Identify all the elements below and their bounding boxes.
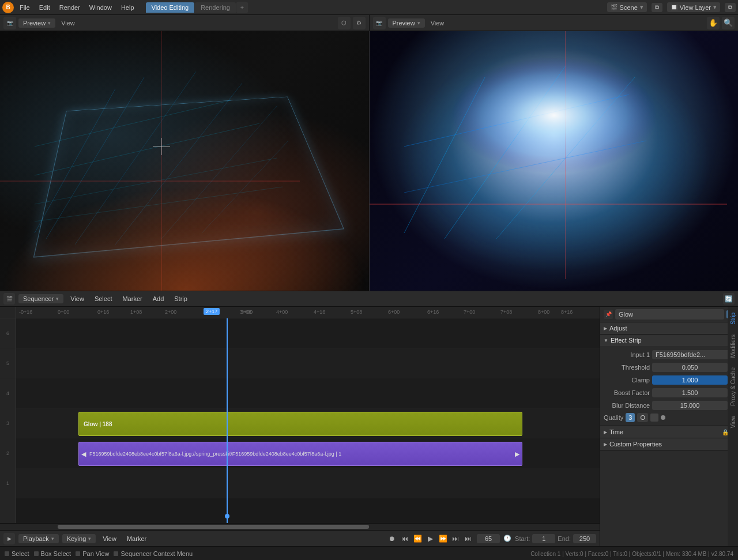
orange-glow — [0, 187, 369, 291]
sequencer-type-selector[interactable]: Sequencer ▾ — [18, 294, 63, 303]
seq-menu-marker[interactable]: Marker — [119, 294, 145, 303]
quality-keyframe-dot[interactable] — [661, 415, 665, 420]
frame-back-btn[interactable]: ⏪ — [412, 533, 423, 544]
adjust-header[interactable]: ▶ Adjust — [600, 322, 738, 334]
time-label: Time — [609, 429, 623, 435]
play-btn[interactable]: ▶ — [425, 533, 435, 544]
jump-start-btn[interactable]: ⏺ — [387, 533, 397, 544]
effect-strip-content: Input 1 F516959bdfde2... Threshold 0.050… — [600, 346, 738, 426]
menu-window[interactable]: Window — [86, 3, 115, 12]
jump-end-btn[interactable]: ⏭ — [463, 533, 473, 544]
preview-left-settings-btn[interactable]: ⚙ — [353, 17, 366, 29]
seq-menu-view[interactable]: View — [67, 294, 88, 303]
ch-3: 3 — [0, 408, 16, 438]
seq-menu-strip[interactable]: Strip — [171, 294, 191, 303]
time-header[interactable]: ▶ Time 🔒 ≡ — [600, 426, 738, 438]
view-layer-copy-btn[interactable]: ⧉ — [652, 3, 662, 12]
preview-left-mode-btn[interactable]: 📷 — [3, 17, 16, 29]
scrollbar-thumb[interactable] — [58, 525, 369, 529]
preview-right-type-selector[interactable]: Preview ▾ — [388, 18, 425, 28]
preview-right-tools: ✋ 🔍 — [707, 17, 735, 29]
timeline-scrollbar[interactable] — [0, 523, 600, 530]
preview-right-mode-btn[interactable]: 📷 — [373, 17, 386, 29]
end-label: End: — [558, 535, 571, 542]
quality-checkbox[interactable] — [650, 414, 658, 422]
track-row-5 — [16, 348, 600, 378]
preview-left-view-btn[interactable]: View — [58, 18, 78, 28]
ruler-tick-200: 2+00 — [165, 309, 176, 315]
prop-clamp: Clamp 1.000 — [600, 374, 738, 386]
blur-distance-value[interactable]: 15.000 — [652, 401, 728, 410]
timeline-ruler: -0+16 0+00 0+16 1+08 2+00 2+17 3+00 3+08… — [0, 307, 600, 318]
playback-mode-btn[interactable]: ▶ — [3, 533, 15, 544]
pan-view-label: Pan View — [82, 550, 109, 557]
clamp-value[interactable]: 1.000 — [652, 375, 728, 385]
add-workspace-button[interactable]: + — [236, 2, 248, 13]
workspace-content: 📷 Preview ▾ View ⬡ ⚙ 📷 Preview ▾ View — [0, 15, 738, 560]
quality-val2[interactable]: O — [637, 413, 648, 422]
seq-menu-add[interactable]: Add — [149, 294, 168, 303]
preview-right-hand-btn[interactable]: ✋ — [707, 17, 720, 29]
seq-menu-select[interactable]: Select — [91, 294, 116, 303]
strip-image[interactable]: ◀ F516959bdfde2408eb8ee4c0bf57f8a6a-l.jp… — [78, 442, 522, 466]
step-fwd-btn[interactable]: ⏭ — [450, 533, 461, 544]
strip-glow[interactable]: Glow | 188 — [78, 412, 522, 436]
preview-right-zoom-btn2[interactable]: 🔍 — [722, 17, 735, 29]
seq-sync-btn[interactable]: 🔄 — [723, 293, 735, 305]
effect-strip-triangle: ▼ — [604, 338, 608, 343]
ch-1: 1 — [0, 468, 16, 498]
end-frame[interactable]: 250 — [573, 534, 596, 543]
start-frame[interactable]: 1 — [532, 534, 555, 543]
ch-4: 4 — [0, 378, 16, 408]
boost-factor-value[interactable]: 1.500 — [652, 388, 728, 397]
side-tab-proxy[interactable]: Proxy & Cache — [729, 363, 737, 411]
svg-point-21 — [424, 57, 683, 202]
section-time: ▶ Time 🔒 ≡ — [600, 426, 738, 438]
props-pin-icon[interactable]: 📌 — [604, 310, 613, 319]
menu-file[interactable]: File — [16, 3, 33, 12]
sync-icon[interactable]: 🔄 — [723, 293, 735, 305]
side-tab-strip[interactable]: Strip — [729, 308, 737, 329]
boost-factor-label: Boost Factor — [604, 389, 650, 396]
context-menu-tool[interactable]: Sequencer Context Menu — [114, 550, 193, 557]
sequencer-mode-btn[interactable]: 🎬 — [3, 293, 15, 305]
lower-half: 🎬 Sequencer ▾ View Select Marker Add Str… — [0, 291, 738, 546]
preview-left-zoom-btn[interactable]: ⬡ — [338, 17, 351, 29]
side-tab-modifiers[interactable]: Modifiers — [729, 330, 737, 363]
playback-marker-btn[interactable]: Marker — [123, 534, 150, 543]
keying-selector[interactable]: Keying ▾ — [62, 534, 96, 543]
view-layer-copy2-btn[interactable]: ⧉ — [725, 3, 736, 12]
tab-rendering[interactable]: Rendering — [195, 2, 236, 13]
menu-help[interactable]: Help — [118, 3, 138, 12]
ruler-tick-816: 8+16 — [561, 309, 573, 315]
effect-strip-label: Effect Strip — [611, 337, 642, 344]
effect-strip-header[interactable]: ▼ Effect Strip — [600, 335, 738, 346]
side-tab-view[interactable]: View — [729, 411, 737, 433]
menu-edit[interactable]: Edit — [36, 3, 54, 12]
select-tool[interactable]: Select — [5, 550, 29, 557]
tab-video-editing[interactable]: Video Editing — [146, 2, 195, 13]
quality-val1[interactable]: 3 — [626, 413, 635, 422]
playback-type-selector[interactable]: Playback ▾ — [18, 534, 59, 543]
preview-right-view-btn[interactable]: View — [427, 18, 448, 28]
frame-fwd-btn[interactable]: ⏩ — [438, 533, 448, 544]
playback-view-btn[interactable]: View — [99, 534, 120, 543]
menu-render[interactable]: Render — [56, 3, 84, 12]
threshold-value[interactable]: 0.050 — [652, 363, 728, 372]
frame-counter[interactable]: 65 — [477, 534, 500, 543]
step-back-btn[interactable]: ⏮ — [400, 533, 410, 544]
scene-selector[interactable]: 🎬 Scene ▾ — [607, 2, 647, 12]
props-header: 📌 ✓ — [600, 307, 738, 322]
custom-props-header[interactable]: ▶ Custom Properties ≡ — [600, 438, 738, 450]
input1-value[interactable]: F516959bdfde2... — [652, 350, 735, 359]
view-layer-selector[interactable]: 🔲 View Layer ▾ — [667, 2, 720, 12]
scene-name: Scene — [620, 4, 638, 11]
preview-left-type-selector[interactable]: Preview ▾ — [18, 18, 55, 28]
pan-view-tool[interactable]: Pan View — [76, 550, 109, 557]
box-select-tool[interactable]: Box Select — [34, 550, 71, 557]
props-name-input[interactable] — [615, 309, 724, 320]
box-select-dot — [34, 551, 39, 556]
prop-input1: Input 1 F516959bdfde2... — [600, 348, 738, 361]
ruler-tick-400: 4+00 — [276, 309, 288, 315]
copy-scene-icon: ⧉ — [655, 4, 659, 11]
